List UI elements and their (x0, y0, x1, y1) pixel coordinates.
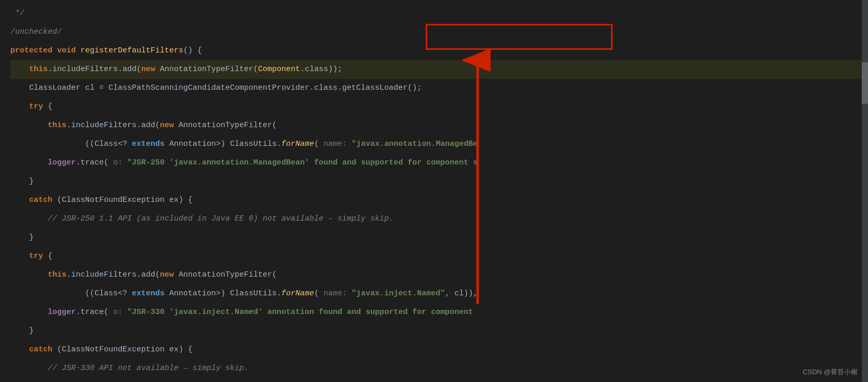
line-catch-1: catch (ClassNotFoundException ex) { (10, 191, 868, 210)
line-add-filter-1: this.includeFilters.add(new AnnotationTy… (10, 116, 868, 135)
line-forname-2: ((Class<? extends Annotation>) ClassUtil… (10, 284, 868, 303)
line-comment-2: // JSR-330 API not available – simply sk… (10, 359, 868, 378)
line-comment-close: */ (10, 4, 868, 23)
line-classloader: ClassLoader cl = ClassPathScanningCandid… (10, 79, 868, 98)
line-logger-2: logger.trace( o: "JSR-330 'javax.inject.… (10, 303, 868, 322)
code-container: */ /unchecked/ protected void registerDe… (0, 0, 868, 382)
line-close-catch-1: } (10, 228, 868, 247)
line-close-try-1: } (10, 172, 868, 191)
line-method-signature: protected void registerDefaultFilters() … (10, 42, 868, 60)
watermark: CSDN @菁苔小榭 (803, 367, 858, 377)
scrollbar-thumb[interactable] (862, 62, 868, 104)
line-close-catch-2: } (10, 378, 868, 382)
code-area: */ /unchecked/ protected void registerDe… (0, 0, 868, 382)
line-add-filter-2: this.includeFilters.add(new AnnotationTy… (10, 266, 868, 284)
line-try-2: try { (10, 247, 868, 266)
line-add-component: this.includeFilters.add(new AnnotationTy… (10, 60, 868, 79)
line-logger-1: logger.trace( o: "JSR-250 'javax.annotat… (10, 154, 868, 172)
scrollbar-track[interactable] (862, 0, 868, 382)
line-close-try-2: } (10, 322, 868, 340)
line-catch-2: catch (ClassNotFoundException ex) { (10, 340, 868, 359)
line-try-1: try { (10, 98, 868, 116)
line-comment-1: // JSR-250 1.1 API (as included in Java … (10, 210, 868, 228)
line-unchecked: /unchecked/ (10, 23, 868, 42)
line-forname-1: ((Class<? extends Annotation>) ClassUtil… (10, 135, 868, 154)
